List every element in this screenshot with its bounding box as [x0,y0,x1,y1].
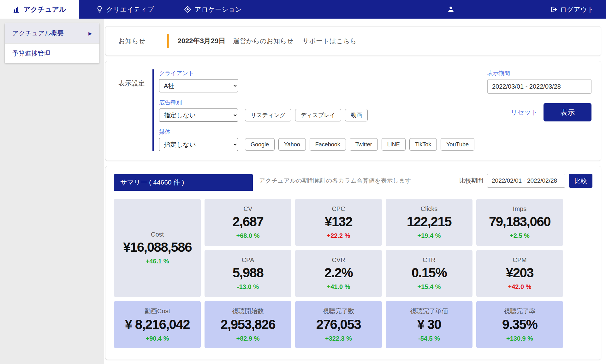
nav-tab-creative[interactable]: クリエイティブ [92,0,157,19]
page-layout: アクチュアル概要 ▶ 予算進捗管理 お知らせ 2022年3月29日 運営からのお… [0,19,606,364]
allocation-diamond-icon [184,6,191,13]
sidebar-item-label: アクチュアル概要 [12,29,64,38]
period-label: 表示期間 [487,69,591,77]
logout-button[interactable]: ログアウト [546,5,598,14]
metric-delta: -54.5 % [418,335,440,342]
sidebar-item-label: 予算進捗管理 [12,49,50,58]
metric-label: Cost [151,231,164,238]
brand-label: アクチュアル [23,5,66,14]
support-link[interactable]: サポートはこちら [302,37,356,45]
ad-type-select[interactable]: 指定しない [159,109,238,122]
ad-type-button-video[interactable]: 動画 [345,109,368,121]
reset-link[interactable]: リセット [511,108,538,117]
metric-value: ¥ 8,216,042 [125,317,190,332]
navbar-right: ログアウト [447,0,606,19]
metric-tile-cpm: CPM ¥203 +42.0 % [476,250,563,297]
media-filter-row: 媒体 指定しない Google Yahoo Facebook Twitter L… [159,128,474,151]
nav-tab-actual[interactable]: アクチュアル [0,0,79,19]
notice-accent-bar [167,34,169,48]
metric-value: ¥16,088,586 [123,240,192,255]
metric-value: 2,953,826 [221,317,275,332]
metric-value: 276,053 [316,317,361,332]
ad-type-button-listing[interactable]: リスティング [245,109,291,121]
client-label: クライアント [159,69,474,77]
metric-label: CV [244,205,252,213]
metric-value: 122,215 [407,214,451,229]
display-settings-card: 表示設定 クライアント A社 広告種別 [105,61,601,161]
metric-value: ¥ 30 [417,317,441,332]
media-select[interactable]: 指定しない [159,138,238,151]
media-button-youtube[interactable]: YouTube [441,138,474,151]
media-button-line[interactable]: LINE [382,138,406,151]
media-label: 媒体 [159,128,474,136]
metric-tiles-grid: Cost ¥16,088,586 +46.1 % CV 2,687 +68.0 … [105,191,601,348]
metric-delta: +82.9 % [236,335,260,342]
compare-period-input[interactable] [487,174,565,188]
metric-delta: +68.0 % [236,232,260,239]
metric-tile-cv: CV 2,687 +68.0 % [205,199,291,246]
filter-form: クライアント A社 広告種別 指定しない [152,69,474,151]
metric-tile-cvr: CVR 2.2% +41.0 % [295,250,382,297]
compare-button[interactable]: 比較 [569,174,592,188]
metric-tile-video-cost: 動画Cost ¥ 8,216,042 +90.4 % [114,301,201,348]
logout-icon [550,6,557,13]
media-button-yahoo[interactable]: Yahoo [278,138,306,151]
metric-tile-view-complete-rate: 視聴完了率 9.35% +130.9 % [476,301,563,348]
metric-label: CPA [242,256,254,264]
logout-label: ログアウト [560,5,594,14]
ad-type-filter-row: 広告種別 指定しない リスティング ディスプレイ 動画 [159,99,474,122]
media-button-twitter[interactable]: Twitter [350,138,378,151]
metric-label: CVR [332,256,345,264]
metric-delta: -13.0 % [237,283,259,291]
compare-group: 比較期間 比較 [459,174,592,188]
metric-tile-cpa: CPA 5,988 -13.0 % [205,250,291,297]
notice-card: お知らせ 2022年3月29日 運営からのお知らせ サポートはこちら [105,26,601,56]
metric-label: 視聴完了単価 [410,307,448,315]
metric-delta: +41.0 % [327,283,350,291]
summary-title: サマリー ( 44660 件 ) [114,174,253,191]
metric-value: ¥203 [506,266,533,280]
metric-value: 2.2% [324,266,353,280]
display-settings-title: 表示設定 [118,79,152,151]
metric-label: Imps [513,205,526,213]
user-icon-button[interactable] [447,5,455,13]
top-navbar: アクチュアル クリエイティブ アロケーション [0,0,606,19]
metric-value: 5,988 [233,266,264,280]
metric-delta: +15.4 % [418,283,441,291]
sidebar: アクチュアル概要 ▶ 予算進捗管理 [0,19,104,364]
summary-header: サマリー ( 44660 件 ) アクチュアルの期間累計の各カラム合算値を表示し… [105,166,601,191]
period-panel: 表示期間 リセット 表示 [487,69,591,151]
media-button-facebook[interactable]: Facebook [310,138,346,151]
notice-message-link[interactable]: 運営からのお知らせ [233,37,294,45]
bar-chart-icon [13,6,20,13]
metric-tile-view-complete-cost: 視聴完了単価 ¥ 30 -54.5 % [386,301,472,348]
notice-date: 2022年3月29日 [177,36,225,46]
chevron-right-icon: ▶ [88,31,92,36]
metric-label: 動画Cost [145,307,170,315]
metric-delta: +2.5 % [510,232,530,239]
media-button-google[interactable]: Google [245,138,275,151]
client-select[interactable]: A社 [159,79,238,92]
metric-label: 視聴完了数 [323,307,354,315]
app-root: アクチュアル クリエイティブ アロケーション [0,0,606,364]
summary-description: アクチュアルの期間累計の各カラム合算値を表示します [259,177,459,185]
media-button-tiktok[interactable]: TikTok [409,138,437,151]
sidebar-item-actual-overview[interactable]: アクチュアル概要 ▶ [5,23,99,44]
metric-delta: +130.9 % [506,335,533,342]
period-input[interactable] [487,79,591,94]
metric-delta: +46.1 % [146,258,169,265]
summary-card: サマリー ( 44660 件 ) アクチュアルの期間累計の各カラム合算値を表示し… [105,166,601,360]
ad-type-button-display[interactable]: ディスプレイ [295,109,342,121]
metric-value: 2,687 [233,214,264,229]
sidebar-item-budget-progress[interactable]: 予算進捗管理 [5,44,99,63]
metric-label: CTR [423,256,436,264]
show-button[interactable]: 表示 [544,103,591,121]
nav-tab-allocation[interactable]: アロケーション [180,0,246,19]
metric-delta: +42.0 % [508,283,532,291]
metric-tile-imps: Imps 79,183,060 +2.5 % [476,199,563,246]
metric-delta: +322.3 % [325,335,352,342]
metric-delta: +22.2 % [327,232,350,239]
user-icon [447,5,455,13]
metric-tile-cpc: CPC ¥132 +22.2 % [295,199,382,246]
metric-tile-view-completes: 視聴完了数 276,053 +322.3 % [295,301,382,348]
